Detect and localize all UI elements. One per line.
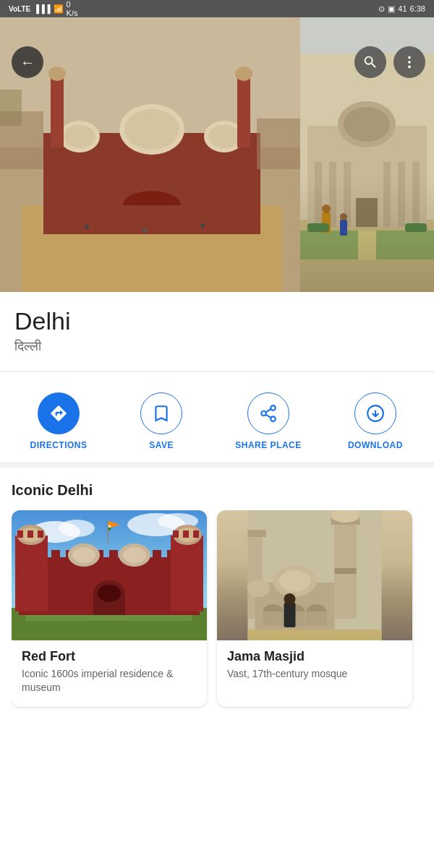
svg-point-117: [284, 593, 296, 605]
sim-icon: ▣: [388, 4, 395, 14]
status-right: ⊙ ▣ 41 6:38: [378, 4, 425, 14]
svg-rect-12: [237, 75, 250, 147]
svg-rect-33: [383, 162, 391, 227]
svg-rect-26: [300, 220, 434, 292]
svg-rect-95: [107, 521, 109, 543]
download-label: DOWNLOAD: [348, 440, 403, 450]
download-action[interactable]: DOWNLOAD: [346, 392, 404, 450]
save-label: SAVE: [149, 440, 174, 450]
search-button[interactable]: [354, 46, 386, 78]
cards-row: Red Fort Iconic 1600s imperial residence…: [12, 510, 422, 713]
iconic-section: Iconic Delhi: [0, 468, 434, 724]
svg-rect-41: [340, 220, 347, 236]
svg-point-94: [98, 585, 121, 602]
svg-point-29: [344, 107, 390, 142]
divider-1: [0, 371, 434, 372]
svg-rect-39: [322, 212, 331, 233]
svg-point-42: [340, 213, 347, 220]
svg-point-108: [279, 570, 311, 592]
more-options-button[interactable]: [393, 46, 425, 78]
svg-point-46: [271, 405, 276, 411]
directions-action[interactable]: DIRECTIONS: [30, 392, 88, 450]
svg-point-40: [322, 205, 331, 213]
download-icon: [366, 404, 385, 423]
back-arrow-icon: ←: [20, 55, 35, 69]
jama-masjid-image: [217, 510, 412, 640]
svg-point-48: [271, 416, 276, 421]
svg-rect-30: [315, 162, 322, 227]
svg-point-91: [123, 547, 146, 563]
share-circle: [247, 392, 289, 434]
top-actions: [354, 46, 425, 78]
svg-rect-79: [27, 530, 33, 538]
status-bar: VoLTE ▐▐▐ 📶 0K/s ⊙ ▣ 41 6:38: [0, 0, 434, 17]
svg-line-50: [265, 409, 271, 412]
directions-label: DIRECTIONS: [30, 440, 88, 450]
svg-point-23: [408, 61, 411, 64]
save-action[interactable]: SAVE: [132, 392, 190, 450]
jama-masjid-desc: Vast, 17th-century mosque: [227, 667, 402, 682]
svg-rect-36: [356, 198, 378, 227]
place-info: Delhi दिल्ली: [0, 292, 434, 366]
hero-section: ←: [0, 17, 434, 292]
svg-rect-81: [171, 539, 203, 611]
download-circle: [354, 392, 396, 434]
red-fort-bg: [12, 510, 207, 640]
svg-rect-20: [257, 119, 300, 169]
save-circle: [140, 392, 182, 434]
svg-rect-31: [329, 162, 336, 227]
red-fort-card[interactable]: Red Fort Iconic 1600s imperial residence…: [12, 510, 207, 707]
location-icon: ⊙: [378, 4, 385, 14]
share-icon: [259, 404, 278, 423]
svg-rect-87: [193, 530, 199, 538]
jama-masjid-title: Jama Masjid: [227, 649, 402, 664]
svg-point-24: [408, 66, 411, 69]
svg-rect-43: [307, 223, 329, 232]
svg-rect-78: [17, 530, 23, 538]
jama-masjid-content: Jama Masjid Vast, 17th-century mosque: [217, 640, 412, 693]
jama-masjid-card[interactable]: Jama Masjid Vast, 17th-century mosque: [217, 510, 412, 707]
svg-rect-85: [173, 530, 179, 538]
red-fort-title: Red Fort: [22, 649, 197, 664]
svg-rect-34: [398, 162, 405, 227]
svg-point-22: [408, 56, 411, 59]
svg-rect-21: [0, 90, 22, 126]
svg-rect-71: [153, 550, 161, 561]
hero-image-right: [300, 17, 434, 292]
more-options-icon: [401, 54, 417, 70]
svg-rect-115: [307, 611, 327, 626]
svg-point-18: [200, 223, 205, 228]
svg-point-47: [261, 411, 266, 416]
svg-rect-74: [15, 539, 48, 611]
back-button[interactable]: ←: [12, 46, 43, 78]
share-label: SHARE PLACE: [235, 440, 302, 450]
section-divider: [0, 462, 434, 468]
status-left: VoLTE ▐▐▐ 📶 0K/s: [9, 0, 77, 17]
red-fort-image: [12, 510, 207, 640]
signal-icon: ▐▐▐: [33, 4, 50, 13]
directions-icon: [49, 404, 68, 423]
svg-rect-86: [183, 530, 189, 538]
svg-rect-32: [344, 162, 351, 227]
svg-point-7: [64, 125, 95, 148]
svg-point-13: [235, 66, 252, 81]
svg-rect-118: [248, 629, 382, 640]
svg-rect-44: [405, 223, 427, 232]
svg-point-5: [124, 109, 179, 150]
svg-rect-15: [123, 205, 181, 234]
svg-rect-68: [109, 550, 118, 561]
svg-rect-105: [248, 530, 266, 537]
data-speed: 0K/s: [67, 0, 78, 17]
svg-rect-111: [263, 611, 284, 626]
svg-point-55: [59, 520, 95, 537]
share-action[interactable]: SHARE PLACE: [235, 392, 302, 450]
red-fort-desc: Iconic 1600s imperial residence & museum: [22, 667, 197, 695]
svg-point-9: [208, 125, 240, 148]
svg-point-89: [72, 547, 95, 563]
place-name-local: दिल्ली: [14, 339, 420, 354]
svg-rect-64: [51, 550, 60, 561]
svg-rect-116: [284, 603, 296, 627]
search-icon: [362, 54, 378, 70]
hero-image-left: [0, 17, 300, 292]
directions-circle: [38, 392, 80, 434]
